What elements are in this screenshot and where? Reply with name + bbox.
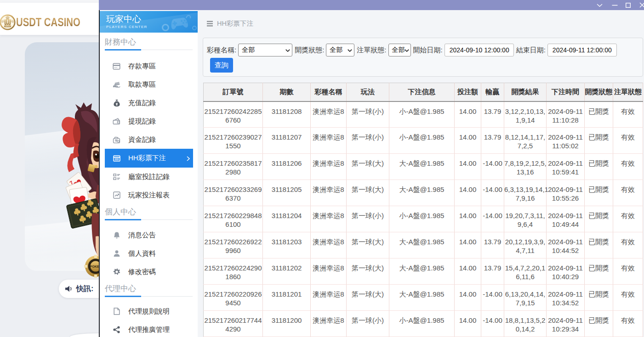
table-cell: -14.00 xyxy=(481,180,504,206)
table-row: 215217260224290 186031181202澳洲幸运8第一球(大)大… xyxy=(204,258,643,285)
window-titlebar[interactable] xyxy=(99,0,644,10)
table-cell: 31181208 xyxy=(263,101,311,128)
poker-chip: POKER xyxy=(84,255,100,278)
sidebar-item-player-bet-report[interactable]: 玩家投注報表 xyxy=(105,186,193,204)
table-cell: 有效 xyxy=(613,154,643,180)
sidebar-item-agent-rules[interactable]: 代理規則說明 xyxy=(105,302,193,320)
sidebar-item-funds-record[interactable]: 資金記錄 xyxy=(105,130,193,149)
minimize-icon xyxy=(612,5,618,6)
table-header: 訂單號期數彩種名稱玩法下注信息投注額輸贏開獎結果下注時間開獎狀態注單狀態 xyxy=(204,83,643,101)
hamburger-menu-icon[interactable] xyxy=(207,21,213,27)
window-minimize-button[interactable] xyxy=(609,0,621,10)
sidebar-item-room-bet-record[interactable]: 廳室投註記錄 xyxy=(105,168,193,186)
table-cell: 小-A盤@1.985 xyxy=(389,128,455,154)
table-cell: 13.79 xyxy=(481,101,504,128)
table-cell: 20,12,19,3,9, 4,7,11 xyxy=(504,232,547,258)
table-row: 215217260239027 155031181207澳洲幸运8第一球(小)小… xyxy=(204,128,643,154)
table-cell: 第一球(大) xyxy=(347,180,389,206)
table-cell: 第一球(大) xyxy=(347,258,389,285)
table-cell: 15,4,7,2,20,1 6,11,6 xyxy=(504,258,547,285)
table-cell: 2024-09-11 10:34:52 xyxy=(547,285,585,311)
moneybag-icon xyxy=(113,99,120,107)
start-date-input[interactable] xyxy=(445,44,514,56)
search-button[interactable]: 查詢 xyxy=(210,58,233,73)
end-date-input[interactable] xyxy=(547,44,617,56)
gear-icon xyxy=(113,268,120,276)
sidebar-item-announcements[interactable]: 消息公告 xyxy=(105,226,193,244)
select-chevron-icon xyxy=(348,49,352,52)
table-cell: 澳洲幸运8 xyxy=(311,180,347,206)
table-row: 215217260229848 610031181204澳洲幸运8第一球(小)小… xyxy=(204,206,643,232)
person-icon xyxy=(113,250,120,258)
table-cell: 215217260220926 9450 xyxy=(204,285,263,311)
start-date-label: 開始日期: xyxy=(413,46,443,55)
window-controls xyxy=(0,0,644,10)
window-dropdown-button[interactable] xyxy=(593,0,605,10)
background-page: CASINO USDT CASINO xyxy=(0,0,100,337)
column-header: 開獎狀態 xyxy=(585,83,613,101)
casino-coin-icon: CASINO xyxy=(0,14,16,30)
column-header: 期數 xyxy=(263,83,311,101)
page-title: HH彩票下注 xyxy=(217,19,253,28)
sidebar-item-agent-promotion[interactable]: 代理推廣管理 xyxy=(105,320,193,337)
table-row: 215217260235817 298031181206澳洲幸运8第一球(大)大… xyxy=(204,154,643,180)
table-cell: 有效 xyxy=(613,180,643,206)
table-cell: 大-A盤@1.985 xyxy=(389,285,455,311)
draw-status-select[interactable]: 全部 xyxy=(326,44,354,56)
column-header: 下注時間 xyxy=(547,83,585,101)
sidebar-item-recharge-record[interactable]: 充值記錄 xyxy=(105,94,193,112)
sidebar-item-profile[interactable]: 個人資料 xyxy=(105,244,193,263)
table-cell: 有效 xyxy=(613,258,643,285)
table-cell: 6,13,20,4,14, 7,9,15 xyxy=(504,285,547,311)
filter-row: 彩種名稱: 全部 開獎狀態: 全部 注單狀態: xyxy=(207,44,643,56)
sidebar-item-change-password[interactable]: 修改密碼 xyxy=(105,263,193,281)
column-header: 彩種名稱 xyxy=(311,83,347,101)
table-cell: 第一球(大) xyxy=(347,154,389,180)
order-status-label: 注單狀態: xyxy=(357,46,386,55)
section-title-agent: 代理中心 xyxy=(105,283,193,294)
table-row: 215217260226922 996031181203澳洲幸运8第一球(大)大… xyxy=(204,232,643,258)
table-cell: 澳洲幸运8 xyxy=(311,154,347,180)
filter-panel: 彩種名稱: 全部 開獎狀態: 全部 注單狀態: xyxy=(203,38,643,77)
sidebar-item-hh-lottery-bets[interactable]: HH彩票下注 xyxy=(105,149,193,168)
select-chevron-icon xyxy=(405,49,409,52)
table-cell: 31181206 xyxy=(263,154,311,180)
table-cell: 2024-09-11 10:55:26 xyxy=(547,180,585,206)
table-cell: 澳洲幸运8 xyxy=(311,206,347,232)
column-header: 下注信息 xyxy=(389,83,455,101)
table-cell: 已開獎 xyxy=(585,101,613,128)
table-cell: 第一球(大) xyxy=(347,232,389,258)
section-rule xyxy=(105,296,193,297)
table-cell: 31181204 xyxy=(263,206,311,232)
table-cell: 31181205 xyxy=(263,180,311,206)
column-header: 開獎結果 xyxy=(504,83,547,101)
gamepad-icon xyxy=(169,13,194,32)
deposit-icon xyxy=(113,62,120,70)
table-cell: -14.00 xyxy=(481,285,504,311)
column-header: 輸贏 xyxy=(481,83,504,101)
window-close-button[interactable] xyxy=(636,0,644,10)
lottery-name-select[interactable]: 全部 xyxy=(238,44,292,56)
list-icon xyxy=(113,173,120,181)
sidebar-item-withdraw-area[interactable]: 取款專區 xyxy=(105,75,193,94)
sidebar-item-deposit[interactable]: 存款專區 xyxy=(105,57,193,75)
table-cell: 215217260235817 2980 xyxy=(204,154,263,180)
table-cell: 澳洲幸运8 xyxy=(311,285,347,311)
table-cell: 有效 xyxy=(613,128,643,154)
table-cell: 第一球(小) xyxy=(347,128,389,154)
table-cell: 19,20,7,3,11, 9,6,4 xyxy=(504,206,547,232)
table-cell: 7,8,19,2,12,5, 13,16 xyxy=(504,154,547,180)
table-cell: 已開獎 xyxy=(585,206,613,232)
table-cell: 澳洲幸运8 xyxy=(311,311,347,337)
section-title-finance: 財務中心 xyxy=(105,37,193,48)
section-rule xyxy=(105,50,193,50)
maximize-icon xyxy=(626,3,631,8)
order-status-select[interactable]: 全部 xyxy=(388,44,411,56)
sidebar-item-withdraw-record[interactable]: 提現記錄 xyxy=(105,112,193,130)
window-maximize-button[interactable] xyxy=(622,0,634,10)
table-cell: 215217260226922 9960 xyxy=(204,232,263,258)
column-header: 投注額 xyxy=(455,83,481,101)
casino-logo[interactable]: CASINO USDT CASINO xyxy=(0,14,98,30)
table-cell: 2024-09-11 10:40:29 xyxy=(547,258,585,285)
report-chart-icon xyxy=(113,191,120,199)
